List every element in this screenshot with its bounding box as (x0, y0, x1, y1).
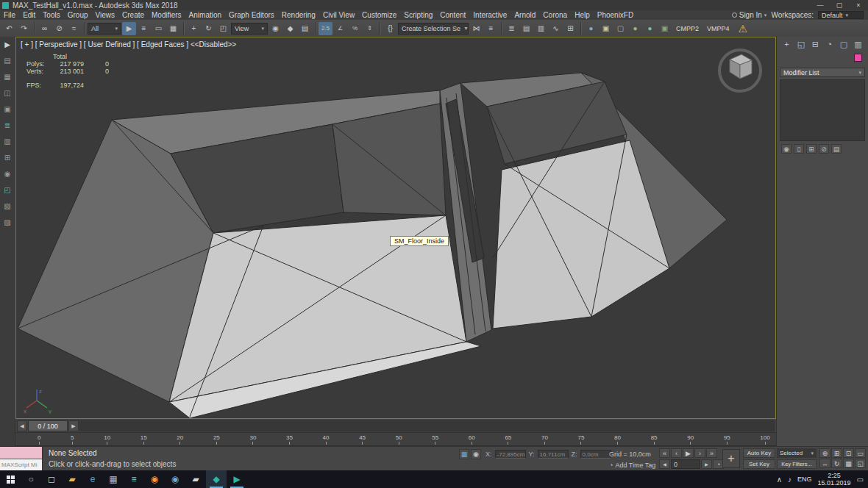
select-and-manipulate-icon[interactable]: ◆ (283, 22, 297, 35)
previous-frame-arrow[interactable]: ◀ (17, 420, 27, 431)
rectangular-selection-region-icon[interactable]: ▭ (152, 22, 166, 35)
orbit-icon[interactable]: ↻ (831, 459, 842, 468)
tray-expand-icon[interactable]: ∧ (777, 476, 782, 484)
next-frame-arrow[interactable]: ▶ (68, 420, 79, 431)
add-time-tag[interactable]: ◔ Add Time Tag (609, 462, 655, 469)
key-filters-button[interactable]: Key Filters... (777, 459, 817, 469)
toggle-scene-explorer-icon[interactable]: ≣ (505, 22, 519, 35)
edge-browser-icon[interactable]: e (82, 470, 103, 488)
edit-named-selection-sets-icon[interactable]: {} (383, 22, 397, 35)
time-slider-track[interactable] (79, 420, 775, 431)
time-slider-handle[interactable]: 0 / 100 (28, 420, 68, 431)
file-explorer-icon[interactable]: ▰ (62, 470, 82, 488)
bind-to-space-warp-icon[interactable]: ≈ (67, 22, 81, 35)
modifier-stack[interactable] (780, 79, 865, 141)
layout-grid-icon[interactable]: ▦ (4, 73, 10, 81)
redo-icon[interactable]: ↷ (17, 22, 31, 35)
named-selection-set-dropdown[interactable]: Create Selection Se ▼ (398, 23, 469, 35)
zoom-region-icon[interactable]: ▭ (855, 448, 866, 458)
viewport-snapshot-icon[interactable]: ◉ (4, 170, 11, 178)
object-color-swatch[interactable] (854, 54, 862, 62)
firefox-icon[interactable]: ◉ (144, 470, 165, 488)
toggle-ribbon-icon[interactable]: ▥ (534, 22, 548, 35)
zoom-extents-icon[interactable]: ⊡ (843, 448, 854, 458)
zoom-icon[interactable]: ⊕ (819, 448, 830, 458)
layout-split-icon[interactable]: ◫ (4, 89, 10, 97)
x-coordinate-field[interactable]: -72,895cm (495, 450, 526, 459)
viewport-label[interactable]: [ + ] [ Perspective ] [ User Defined ] [… (21, 40, 236, 49)
show-end-result-icon[interactable]: ▯ (794, 144, 804, 154)
volume-icon[interactable]: ♪ (788, 476, 791, 484)
phoenix-icon[interactable]: ▶ (227, 470, 247, 488)
sign-in-button[interactable]: Sign In ▾ (732, 11, 767, 19)
select-and-move-icon[interactable]: + (187, 22, 201, 35)
current-frame-field[interactable]: 0 (671, 459, 700, 469)
make-unique-icon[interactable]: ⊞ (806, 144, 817, 154)
maximize-viewport-toggle-icon[interactable]: ◱ (855, 459, 866, 468)
render-setup-icon[interactable]: ▣ (599, 22, 613, 35)
use-pivot-point-center-icon[interactable]: ◉ (268, 22, 282, 35)
close-button[interactable]: × (849, 0, 868, 10)
utilities-tab-icon[interactable]: ▥ (853, 39, 864, 50)
menu-item[interactable]: Edit (19, 10, 39, 20)
select-object-icon[interactable]: ▶ (122, 22, 136, 35)
selection-filter-dropdown[interactable]: All ▾ (88, 23, 121, 35)
action-center-icon[interactable]: ▭ (857, 476, 864, 484)
menu-item[interactable]: Content (436, 10, 469, 20)
set-key-button[interactable]: Set Key (743, 459, 775, 469)
z-coordinate-field[interactable]: 0,0cm (580, 450, 611, 459)
pan-icon[interactable]: ↔ (819, 459, 830, 468)
menu-item[interactable]: Interactive (469, 10, 511, 20)
previous-frame-button[interactable]: ‹ (671, 448, 682, 458)
menu-item[interactable]: Arnold (511, 10, 539, 20)
auto-key-button[interactable]: Auto Key (743, 448, 775, 458)
window-crossing-icon[interactable]: ▦ (166, 22, 180, 35)
track-bar[interactable]: 0 5 10 15 20 25 30 35 (15, 433, 776, 446)
maximize-button[interactable]: ▢ (830, 0, 849, 10)
menu-item[interactable]: Scripting (400, 10, 436, 20)
undo-icon[interactable]: ↶ (2, 22, 16, 35)
select-and-scale-icon[interactable]: ◰ (216, 22, 230, 35)
curve-editor-icon[interactable]: ∿ (549, 22, 563, 35)
set-keys-button[interactable]: + (722, 449, 740, 468)
align-icon[interactable]: ≡ (484, 22, 498, 35)
material-editor-icon[interactable]: ● (584, 22, 598, 35)
menu-item[interactable]: Customize (358, 10, 400, 20)
add-layout-tab-icon[interactable]: ⊞ (4, 154, 10, 162)
menu-item[interactable]: Group (64, 10, 92, 20)
layer-explorer-icon[interactable]: ▥ (4, 137, 10, 146)
menu-item[interactable]: Create (118, 10, 148, 20)
remove-modifier-icon[interactable]: ⊘ (819, 144, 829, 154)
task-view-icon[interactable]: ◻ (41, 470, 62, 488)
create-tab-icon[interactable]: + (781, 39, 792, 50)
percent-snap-icon[interactable]: % (348, 22, 362, 35)
viewport-canvas[interactable] (16, 37, 775, 418)
menu-item[interactable]: File (0, 10, 19, 20)
select-and-rotate-icon[interactable]: ↻ (202, 22, 216, 35)
snaps-toggle-icon[interactable]: 2.5 (319, 22, 332, 35)
rendered-frame-window-icon[interactable]: ▢ (613, 22, 627, 35)
modify-tab-icon[interactable]: ◱ (795, 39, 806, 50)
render-production-icon[interactable]: ● (628, 22, 642, 35)
menu-item[interactable]: Civil View (319, 10, 358, 20)
maxscript-listener-field[interactable]: MAXScript Mi (0, 459, 42, 470)
viewport-cursor-icon[interactable]: ▶ (4, 40, 10, 49)
unlink-selection-icon[interactable]: ⊘ (52, 22, 66, 35)
display-tab-icon[interactable]: ▢ (839, 39, 850, 50)
time-slider[interactable]: ◀ 0 / 100 ▶ (15, 419, 776, 433)
search-icon[interactable]: ○ (21, 470, 41, 488)
frame-spin-up[interactable]: ▶ (701, 459, 712, 469)
select-and-link-icon[interactable]: ∞ (38, 22, 51, 35)
viewport-tool-icon[interactable]: ▣ (4, 105, 10, 113)
spinner-snap-icon[interactable]: ⇕ (363, 22, 377, 35)
perspective-viewport[interactable]: [ + ] [ Perspective ] [ User Defined ] [… (15, 37, 776, 419)
workspaces-dropdown[interactable]: Default ▾ (818, 11, 864, 19)
maxscript-mini-listener[interactable]: MAXScript Mi (0, 447, 43, 471)
configure-modifier-sets-icon[interactable]: ▤ (831, 144, 842, 154)
reference-coordinate-dropdown[interactable]: View ▾ (231, 23, 268, 35)
pin-stack-icon[interactable]: ◉ (781, 144, 791, 154)
hierarchy-tab-icon[interactable]: ⊟ (810, 39, 821, 50)
angle-snap-icon[interactable]: ∠ (333, 22, 347, 35)
menu-item[interactable]: Graph Editors (225, 10, 278, 20)
menu-item[interactable]: Rendering (278, 10, 319, 20)
